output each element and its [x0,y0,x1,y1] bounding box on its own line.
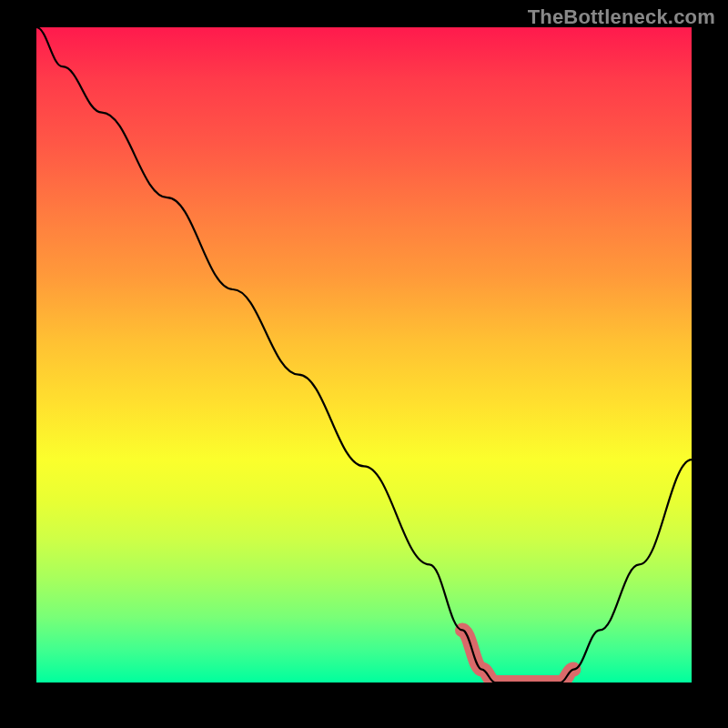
chart-frame: TheBottleneck.com [0,0,728,728]
chart-svg [36,27,692,682]
curve-path [36,27,692,682]
plot-area [36,27,692,682]
watermark-text: TheBottleneck.com [528,5,715,29]
highlight-path [462,630,573,682]
